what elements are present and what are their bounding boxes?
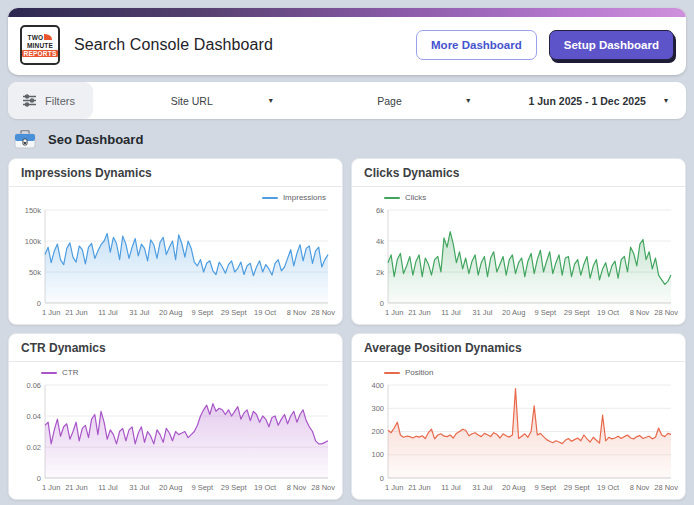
site-url-label: Site URL — [171, 95, 213, 107]
clicks-chart-card: Clicks Dynamics Clicks 02k4k6k1 Jun21 Ju… — [351, 158, 686, 325]
svg-text:19 Oct: 19 Oct — [597, 308, 620, 317]
chart-title: Average Position Dynamics — [352, 334, 685, 362]
chart-legend: Clicks — [358, 191, 679, 204]
svg-text:100k: 100k — [25, 237, 42, 246]
svg-text:19 Oct: 19 Oct — [254, 483, 277, 492]
legend-label: Impressions — [283, 193, 326, 202]
svg-text:8 Nov: 8 Nov — [630, 308, 650, 317]
svg-text:21 Jun: 21 Jun — [408, 483, 431, 492]
svg-text:6k: 6k — [376, 206, 384, 215]
svg-text:8 Nov: 8 Nov — [630, 483, 650, 492]
chart-title: CTR Dynamics — [9, 334, 342, 362]
svg-text:11 Jul: 11 Jul — [98, 308, 118, 317]
svg-text:9 Sept: 9 Sept — [191, 483, 214, 492]
logo-pie-icon — [44, 34, 52, 40]
logo-word-reports: REPORTS — [22, 50, 59, 57]
svg-text:28 Nov: 28 Nov — [654, 308, 678, 317]
svg-text:2k: 2k — [376, 268, 384, 277]
date-range-value: 1 Jun 2025 - 1 Dec 2025 — [529, 95, 646, 107]
svg-text:300: 300 — [371, 404, 384, 413]
chart-title: Clicks Dynamics — [352, 159, 685, 187]
svg-text:9 Sept: 9 Sept — [191, 308, 214, 317]
setup-dashboard-button[interactable]: Setup Dashboard — [549, 30, 674, 60]
svg-text:0.02: 0.02 — [26, 443, 41, 452]
svg-text:20 Aug: 20 Aug — [502, 308, 525, 317]
legend-label: Position — [405, 368, 433, 377]
svg-text:29 Sept: 29 Sept — [221, 483, 248, 492]
svg-text:31 Jul: 31 Jul — [129, 308, 149, 317]
clicks-line-chart: 02k4k6k1 Jun21 Jun11 Jul31 Jul20 Aug9 Se… — [358, 204, 679, 318]
sliders-icon — [22, 94, 37, 107]
position-chart-card: Average Position Dynamics Position 01002… — [351, 333, 686, 500]
legend-swatch — [384, 197, 400, 199]
svg-text:9 Sept: 9 Sept — [534, 308, 557, 317]
filters-chip[interactable]: Filters — [8, 82, 93, 119]
svg-text:0: 0 — [37, 474, 41, 483]
svg-text:150k: 150k — [25, 206, 42, 215]
chart-title: Impressions Dynamics — [9, 159, 342, 187]
svg-text:29 Sept: 29 Sept — [564, 308, 591, 317]
chart-legend: Impressions — [15, 191, 336, 204]
svg-text:31 Jul: 31 Jul — [129, 483, 149, 492]
filters-bar: Filters Site URL ▾ Page ▾ 1 Jun 2025 - 1… — [8, 82, 686, 119]
svg-text:50k: 50k — [29, 268, 41, 277]
more-dashboard-button[interactable]: More Dashboard — [416, 30, 537, 60]
charts-grid: Impressions Dynamics Impressions 050k100… — [8, 158, 686, 500]
section-header: Seo Dashboard — [8, 119, 686, 158]
logo-word-two: TWO — [28, 34, 44, 41]
svg-text:19 Oct: 19 Oct — [597, 483, 620, 492]
svg-text:8 Nov: 8 Nov — [287, 483, 307, 492]
svg-text:0: 0 — [37, 299, 41, 308]
chart-legend: Position — [358, 366, 679, 379]
app-header: TWO MINUTE REPORTS Search Console Dashbo… — [8, 8, 686, 75]
section-title: Seo Dashboard — [48, 132, 143, 147]
filter-date-range[interactable]: 1 Jun 2025 - 1 Dec 2025 ▾ — [488, 82, 686, 119]
chevron-down-icon: ▾ — [466, 96, 470, 105]
impressions-line-chart: 050k100k150k1 Jun21 Jun11 Jul31 Jul20 Au… — [15, 204, 336, 318]
svg-text:200: 200 — [371, 427, 384, 436]
legend-swatch — [262, 197, 278, 199]
svg-text:1 Jun: 1 Jun — [42, 483, 60, 492]
svg-text:9 Sept: 9 Sept — [534, 483, 557, 492]
legend-swatch — [41, 372, 57, 374]
chevron-down-icon: ▾ — [269, 96, 273, 105]
svg-text:0: 0 — [380, 474, 384, 483]
toolbox-icon — [14, 130, 36, 149]
svg-text:29 Sept: 29 Sept — [221, 308, 248, 317]
legend-label: CTR — [62, 368, 78, 377]
svg-text:4k: 4k — [376, 237, 384, 246]
filter-page[interactable]: Page ▾ — [291, 82, 489, 119]
svg-text:11 Jul: 11 Jul — [441, 483, 461, 492]
svg-text:29 Sept: 29 Sept — [564, 483, 591, 492]
svg-text:100: 100 — [371, 450, 384, 459]
ctr-line-chart: 00.020.040.061 Jun21 Jun11 Jul31 Jul20 A… — [15, 379, 336, 493]
svg-text:1 Jun: 1 Jun — [385, 308, 403, 317]
header-gradient-bar — [8, 8, 686, 17]
page-title: Search Console Dashboard — [74, 36, 273, 54]
svg-text:19 Oct: 19 Oct — [254, 308, 277, 317]
svg-text:28 Nov: 28 Nov — [311, 483, 335, 492]
svg-text:400: 400 — [371, 381, 384, 390]
svg-text:0: 0 — [380, 299, 384, 308]
svg-text:28 Nov: 28 Nov — [654, 483, 678, 492]
logo-word-minute: MINUTE — [27, 42, 53, 49]
svg-text:31 Jul: 31 Jul — [472, 308, 492, 317]
svg-text:20 Aug: 20 Aug — [159, 308, 182, 317]
svg-text:21 Jun: 21 Jun — [65, 483, 88, 492]
chart-legend: CTR — [15, 366, 336, 379]
svg-text:1 Jun: 1 Jun — [42, 308, 60, 317]
svg-text:21 Jun: 21 Jun — [65, 308, 88, 317]
filters-label: Filters — [45, 95, 75, 107]
position-line-chart: 01002003004001 Jun21 Jun11 Jul31 Jul20 A… — [358, 379, 679, 493]
ctr-chart-card: CTR Dynamics CTR 00.020.040.061 Jun21 Ju… — [8, 333, 343, 500]
svg-text:1 Jun: 1 Jun — [385, 483, 403, 492]
svg-text:20 Aug: 20 Aug — [502, 483, 525, 492]
svg-text:11 Jul: 11 Jul — [441, 308, 461, 317]
legend-swatch — [384, 372, 400, 374]
svg-text:0.04: 0.04 — [26, 412, 41, 421]
svg-text:20 Aug: 20 Aug — [159, 483, 182, 492]
filter-site-url[interactable]: Site URL ▾ — [93, 82, 291, 119]
svg-text:31 Jul: 31 Jul — [472, 483, 492, 492]
chevron-down-icon: ▾ — [664, 96, 668, 105]
dashboard-page: TWO MINUTE REPORTS Search Console Dashbo… — [0, 0, 694, 505]
